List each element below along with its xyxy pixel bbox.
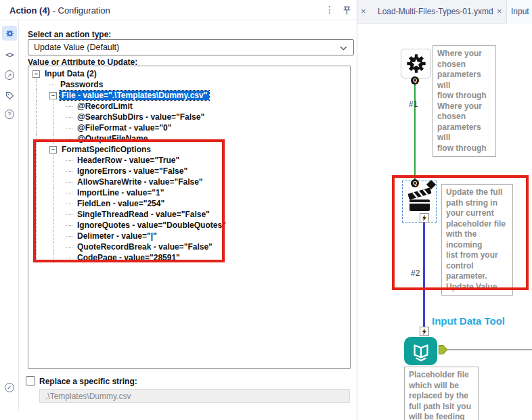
configuration-tab-gear-icon[interactable] [2,26,17,41]
action-tool-clapperboard-icon[interactable] [406,187,433,214]
tree-guide-line [36,155,49,166]
tree-branch-stub [66,160,72,161]
tree-collapse-icon[interactable]: − [49,92,57,99]
tree-item[interactable]: Delimeter - value="|" [32,231,350,241]
tree-item[interactable]: IgnoreErrors - value="False" [32,166,350,177]
more-options-icon[interactable]: ⋮ [324,4,335,15]
tree-item[interactable]: −FormatSpecificOptions [32,144,350,155]
tree-item[interactable]: @OutputFileName [32,133,350,144]
tree-item[interactable]: Passwords [32,79,350,90]
tree-item-label[interactable]: AllowShareWrite - value="False" [75,177,205,187]
config-form: Select an action type: Update Value (Def… [19,20,357,411]
tree-item-label[interactable]: @RecordLimit [75,101,135,111]
connection-label-2: #2 [411,269,420,278]
tree-guide-line [53,166,66,177]
connector-input-output[interactable] [447,349,532,350]
tree-item-label[interactable]: IgnoreErrors - value="False" [75,166,190,176]
tree-item[interactable]: ImportLine - value="1" [32,187,350,198]
close-icon[interactable]: × [361,6,366,16]
tree-guide-line [53,101,66,112]
tree-guide-line [36,241,49,252]
tree-item[interactable]: CodePage - value="28591" [32,252,350,263]
panel-title: Action (4) - Configuration [9,5,110,16]
connector-control-to-action[interactable] [414,84,416,180]
panel-title-suffix: - Configuration [50,5,110,16]
tree-item-label[interactable]: FieldLen - value="254" [75,199,167,208]
question-output-anchor[interactable]: Q [411,76,419,85]
connector-action-to-input[interactable] [423,223,425,329]
input-data-tool-label: Input Data Tool [432,315,505,327]
tree-item-label[interactable]: QuoteRecordBreak - value="False" [75,242,215,252]
tree-item-label[interactable]: @OutputFileName [75,134,150,143]
lightning-action-anchor[interactable] [420,213,429,223]
tree-guide-line [36,220,49,231]
check-status-icon[interactable]: ✓ [2,380,17,395]
tree-item-label[interactable]: File - value=".\Templates\Dummy.csv" [60,91,209,100]
tree-guide-line [53,209,66,220]
tree-branch-stub [66,247,72,248]
tree-item-label[interactable]: ImportLine - value="1" [75,188,166,197]
input-data-tool[interactable] [404,337,437,365]
open-example-icon[interactable]: ↗ [2,68,17,83]
tree-item-label[interactable]: SingleThreadRead - value="False" [75,210,212,219]
tree-collapse-icon[interactable]: − [49,146,57,154]
tree-guide-line [53,231,66,241]
tree-item-label[interactable]: @SearchSubDirs - value="False" [75,112,206,122]
control-parameter-tool[interactable] [401,49,431,78]
tree-item[interactable]: −Input Data (2) [32,68,350,79]
tree-item[interactable]: IgnoreQuotes - value="DoubleQuotes" [32,220,350,231]
xml-view-icon[interactable]: <> [2,47,17,62]
replace-string-value: .\Templates\Dummy.csv [45,392,131,401]
help-icon[interactable]: ? [2,107,17,122]
pin-panel-icon[interactable] [342,5,352,16]
tree-guide-line [36,252,49,263]
workflow-canvas[interactable]: × Load-Multi-Files-Types-01.yxmd × Input… [357,0,532,420]
tree-item[interactable]: SingleThreadRead - value="False" [32,209,350,220]
tree-item[interactable]: @FileFormat - value="0" [32,122,350,133]
tree-item[interactable]: @SearchSubDirs - value="False" [32,112,350,122]
tree-item-label[interactable]: FormatSpecificOptions [60,145,153,154]
tab-load-multi-files[interactable]: Load-Multi-Files-Types-01.yxmd [378,7,493,16]
tree-item-label[interactable]: Input Data (2) [43,69,99,78]
annotation-input-data-tool[interactable]: Placeholder file which will be replaced … [404,367,479,420]
tree-item[interactable]: HeaderRow - value="True" [32,155,350,166]
tree-guide-line [36,198,49,209]
tree-guide-line [36,177,49,187]
annotation-action-tool[interactable]: Update the full path string in your curr… [441,184,513,296]
lightning-action-anchor[interactable] [420,327,429,336]
replace-string-checkbox[interactable] [26,376,35,386]
annotation-control-parameter[interactable]: Where your chosen parameters will flow t… [433,45,496,157]
tree-guide-line [36,187,49,198]
tree-guide-line [53,122,66,133]
tree-collapse-icon[interactable]: − [32,70,40,78]
tree-guide-line [53,177,66,187]
tree-branch-stub [66,139,72,139]
value-attribute-tree[interactable]: −Input Data (2)Passwords−File - value=".… [28,66,351,369]
tree-guide-line [53,112,66,122]
tree-branch-stub [66,236,72,237]
output-anchor-icon[interactable] [439,345,447,354]
tree-branch-stub [66,214,72,215]
action-type-dropdown[interactable]: Update Value (Default) [28,39,354,55]
question-input-anchor[interactable]: Q [411,179,419,187]
tree-item[interactable]: FieldLen - value="254" [32,198,350,209]
tag-icon[interactable] [2,88,17,103]
tree-item[interactable]: QuoteRecordBreak - value="False" [32,241,350,252]
tree-guide-line [53,220,66,231]
open-book-icon [409,340,433,362]
tree-item-label[interactable]: @FileFormat - value="0" [75,123,173,133]
tab-input-partial[interactable]: Input [507,0,532,24]
tree-branch-stub [66,117,72,118]
tree-item-label[interactable]: CodePage - value="28591" [75,253,182,262]
tree-item[interactable]: AllowShareWrite - value="False" [32,177,350,187]
tree-item-label[interactable]: Passwords [58,80,105,89]
tree-item[interactable]: @RecordLimit [32,101,350,112]
tree-branch-stub [49,85,56,85]
tree-item-label[interactable]: Delimeter - value="|" [75,231,159,241]
replace-string-field[interactable]: .\Templates\Dummy.csv [39,389,350,403]
tree-item[interactable]: −File - value=".\Templates\Dummy.csv" [32,90,350,101]
close-icon[interactable]: × [497,6,502,16]
tree-item-label[interactable]: IgnoreQuotes - value="DoubleQuotes" [75,220,228,230]
connection-label-1: #1 [409,99,418,109]
tree-item-label[interactable]: HeaderRow - value="True" [75,156,181,165]
